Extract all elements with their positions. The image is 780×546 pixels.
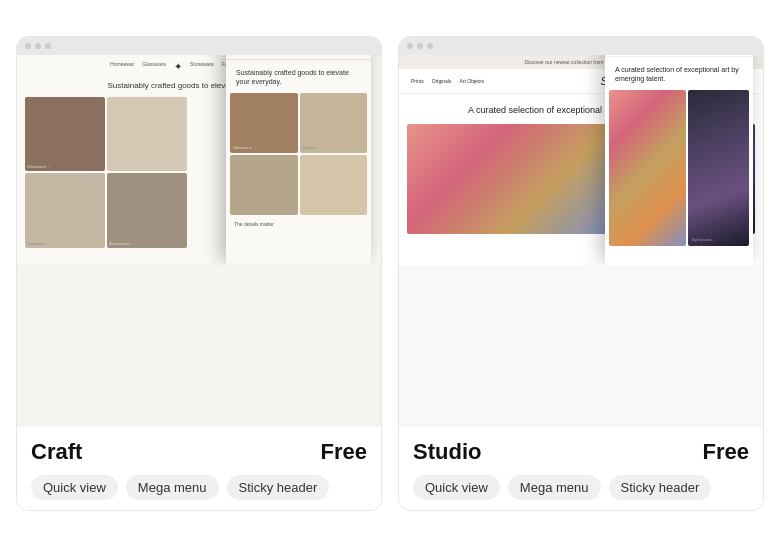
nav-item: Stoneware <box>190 61 214 72</box>
craft-browser-bar <box>17 37 381 55</box>
studio-mobile-art: Expertly curate... <box>605 88 753 248</box>
craft-details-text: The details matter <box>226 217 371 231</box>
craft-mobile-img-3 <box>230 155 298 215</box>
themes-container: Homewear Glassware ✦ Stoneware Fabrics T… <box>0 20 780 527</box>
grid-label: Stoneware → <box>27 241 51 246</box>
browser-dot-2 <box>417 43 423 49</box>
studio-browser-bar <box>399 37 763 55</box>
studio-theme-preview: Discover our newest collection from Laia… <box>399 37 763 427</box>
craft-tag-0[interactable]: Quick view <box>31 475 118 500</box>
studio-mobile-overlay: 9:41●●● Discover our newest collection f… <box>605 55 753 265</box>
nav-item: Glassware <box>142 61 166 72</box>
studio-theme-info: Studio Free Quick view Mega menu Sticky … <box>399 427 763 510</box>
craft-theme-tags: Quick view Mega menu Sticky header <box>31 475 367 500</box>
craft-mobile-img-2: Textiles → <box>300 95 368 153</box>
browser-dot-1 <box>25 43 31 49</box>
studio-desktop-view: Discover our newest collection from Laia… <box>399 55 763 265</box>
grid-label: Glassware → <box>27 164 51 169</box>
craft-theme-info: Craft Free Quick view Mega menu Sticky h… <box>17 427 381 510</box>
studio-nav-item: Originals <box>432 78 452 84</box>
craft-tag-2[interactable]: Sticky header <box>227 475 330 500</box>
studio-theme-tags: Quick view Mega menu Sticky header <box>413 475 749 500</box>
craft-mobile-grid: Glassware → Textiles → <box>226 95 371 217</box>
studio-mobile-art-1 <box>609 90 686 246</box>
studio-tag-2[interactable]: Sticky header <box>609 475 712 500</box>
studio-mobile-hero: A curated selection of exceptional art b… <box>605 57 753 89</box>
craft-theme-price: Free <box>321 439 367 465</box>
studio-nav-item: Prints <box>411 78 424 84</box>
craft-theme-name: Craft <box>31 439 82 465</box>
browser-dot-3 <box>427 43 433 49</box>
craft-mobile-img-4 <box>300 155 368 215</box>
studio-tag-1[interactable]: Mega menu <box>508 475 601 500</box>
studio-mobile-art-caption: Expertly curate... <box>692 238 715 242</box>
craft-desktop-view: Homewear Glassware ✦ Stoneware Fabrics T… <box>17 55 381 265</box>
browser-dot-1 <box>407 43 413 49</box>
craft-theme-card[interactable]: Homewear Glassware ✦ Stoneware Fabrics T… <box>16 36 382 511</box>
browser-dot-2 <box>35 43 41 49</box>
studio-mobile-art-2: Expertly curate... <box>688 90 749 246</box>
studio-theme-price: Free <box>703 439 749 465</box>
craft-mobile-img-1: Glassware → <box>230 95 298 153</box>
studio-art-img-1 <box>407 124 609 234</box>
studio-tag-0[interactable]: Quick view <box>413 475 500 500</box>
browser-dot-3 <box>45 43 51 49</box>
craft-name-row: Craft Free <box>31 439 367 465</box>
nav-item: Homewear <box>110 61 134 72</box>
studio-theme-name: Studio <box>413 439 481 465</box>
craft-mobile-overlay: 9:41 ●●● Check out our latest handied co… <box>226 95 371 250</box>
craft-tag-1[interactable]: Mega menu <box>126 475 219 500</box>
studio-name-row: Studio Free <box>413 439 749 465</box>
studio-nav-links: Prints Originals Art Objects <box>411 78 484 84</box>
grid-label: Accessories → <box>109 241 136 246</box>
studio-theme-card[interactable]: Discover our newest collection from Laia… <box>398 36 764 511</box>
craft-theme-preview: Homewear Glassware ✦ Stoneware Fabrics T… <box>17 37 381 427</box>
studio-nav-item: Art Objects <box>460 78 485 84</box>
nav-star-logo: ✦ <box>174 61 182 72</box>
